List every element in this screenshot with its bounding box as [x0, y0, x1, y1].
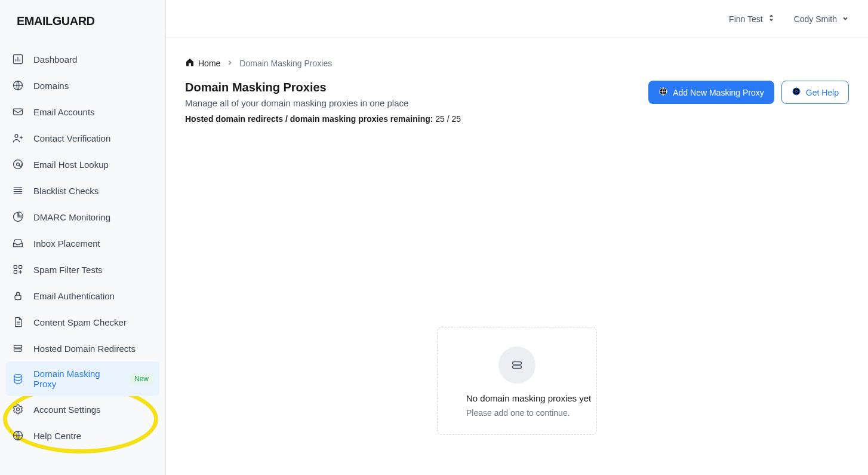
svg-point-12: [14, 375, 21, 378]
sidebar-item-email-host-lookup[interactable]: Email Host Lookup: [0, 151, 165, 177]
new-badge: New: [130, 373, 153, 384]
remaining-quota: Hosted domain redirects / domain masking…: [185, 114, 461, 124]
database-icon: [12, 373, 24, 385]
sidebar-item-domain-masking-proxy[interactable]: Domain Masking Proxy New: [6, 361, 159, 396]
empty-state-container: No domain masking proxies yet Please add…: [185, 327, 849, 435]
svg-point-5: [17, 163, 20, 166]
sidebar-item-dmarc-monitoring[interactable]: DMARC Monitoring: [0, 204, 165, 230]
org-name: Finn Test: [729, 14, 763, 24]
bar-chart-icon: [12, 53, 24, 65]
svg-point-3: [15, 134, 18, 137]
globe-icon: [12, 430, 24, 442]
sidebar-item-label: Hosted Domain Redirects: [33, 344, 136, 354]
sidebar-item-label: Contact Verification: [33, 133, 110, 143]
lock-icon: [12, 290, 24, 302]
user-menu[interactable]: Cody Smith: [794, 14, 849, 24]
main-content: Finn Test Cody Smith Home Domain Masking: [166, 0, 868, 475]
home-icon: [185, 57, 195, 69]
org-switcher[interactable]: Finn Test: [729, 14, 775, 24]
server-icon: [498, 347, 535, 384]
sidebar-item-label: Content Spam Checker: [33, 317, 127, 327]
sidebar-item-account-settings[interactable]: Account Settings: [0, 396, 165, 422]
svg-point-17: [795, 90, 798, 93]
list-icon: [12, 185, 24, 197]
svg-rect-7: [19, 265, 22, 268]
settings-icon: [12, 403, 24, 415]
add-new-masking-proxy-button[interactable]: Add New Masking Proxy: [648, 81, 774, 104]
server-icon: [12, 342, 24, 354]
breadcrumb-current: Domain Masking Proxies: [239, 59, 332, 68]
grid-plus-icon: [12, 263, 24, 275]
page-header-left: Domain Masking Proxies Manage all of you…: [185, 81, 461, 124]
sidebar-item-help-centre[interactable]: Help Centre: [0, 422, 165, 449]
svg-rect-19: [513, 366, 522, 369]
sidebar-item-content-spam-checker[interactable]: Content Spam Checker: [0, 309, 165, 335]
sidebar-item-contact-verification[interactable]: Contact Verification: [0, 125, 165, 151]
get-help-button[interactable]: Get Help: [781, 81, 849, 104]
globe-icon: [12, 79, 24, 91]
sidebar-item-label: Spam Filter Tests: [33, 265, 103, 275]
breadcrumb: Home Domain Masking Proxies: [185, 57, 849, 69]
remaining-value: 25 / 25: [435, 114, 461, 124]
sidebar: EMAILGUARD Dashboard Domains Email Accou…: [0, 0, 166, 475]
breadcrumb-home[interactable]: Home: [185, 57, 220, 69]
chevron-right-icon: [226, 59, 233, 68]
globe-icon: [658, 87, 668, 98]
page-subtitle: Manage all of your domain masking proxie…: [185, 98, 461, 108]
topbar: Finn Test Cody Smith: [166, 0, 868, 38]
svg-rect-18: [513, 362, 522, 365]
brand-logo[interactable]: EMAILGUARD: [0, 0, 165, 42]
help-icon: [792, 87, 801, 98]
chevron-down-icon: [842, 14, 849, 24]
sidebar-item-inbox-placement[interactable]: Inbox Placement: [0, 230, 165, 256]
users-icon: [12, 132, 24, 144]
sidebar-item-label: Inbox Placement: [33, 238, 100, 249]
svg-rect-8: [14, 271, 17, 274]
empty-state-title: No domain masking proxies yet: [466, 393, 568, 403]
mail-icon: [12, 106, 24, 118]
sidebar-item-label: DMARC Monitoring: [33, 212, 110, 222]
svg-rect-6: [14, 265, 17, 268]
sidebar-item-spam-filter-tests[interactable]: Spam Filter Tests: [0, 256, 165, 283]
sidebar-item-label: Dashboard: [33, 54, 77, 65]
svg-rect-10: [14, 345, 21, 348]
brand-name: EMAILGUARD: [17, 14, 95, 28]
page-header-actions: Add New Masking Proxy Get Help: [648, 81, 849, 104]
svg-rect-11: [14, 349, 21, 351]
selector-icon: [768, 14, 775, 24]
inbox-icon: [12, 237, 24, 249]
document-icon: [12, 316, 24, 328]
sidebar-item-email-authentication[interactable]: Email Authentication: [0, 283, 165, 309]
sidebar-item-label: Blacklist Checks: [33, 186, 99, 196]
remaining-label: Hosted domain redirects / domain masking…: [185, 114, 433, 124]
pie-chart-icon: [12, 211, 24, 223]
breadcrumb-home-label: Home: [198, 59, 220, 68]
sidebar-item-email-accounts[interactable]: Email Accounts: [0, 99, 165, 125]
empty-state: No domain masking proxies yet Please add…: [437, 327, 597, 435]
sidebar-item-dashboard[interactable]: Dashboard: [0, 46, 165, 72]
sidebar-item-label: Account Settings: [33, 404, 101, 415]
button-label: Get Help: [806, 88, 839, 97]
at-icon: [12, 158, 24, 170]
empty-state-desc: Please add one to continue.: [466, 408, 568, 418]
svg-point-13: [17, 408, 20, 411]
page-header: Domain Masking Proxies Manage all of you…: [185, 81, 849, 124]
sidebar-item-label: Email Host Lookup: [33, 160, 109, 170]
svg-rect-9: [15, 295, 21, 300]
sidebar-nav: Dashboard Domains Email Accounts Contact…: [0, 42, 165, 475]
sidebar-item-label: Domain Masking Proxy: [33, 369, 118, 389]
sidebar-item-label: Email Authentication: [33, 291, 115, 301]
sidebar-item-blacklist-checks[interactable]: Blacklist Checks: [0, 177, 165, 204]
sidebar-item-label: Email Accounts: [33, 107, 95, 117]
page-title: Domain Masking Proxies: [185, 81, 461, 94]
sidebar-item-label: Domains: [33, 81, 69, 91]
sidebar-item-hosted-domain-redirects[interactable]: Hosted Domain Redirects: [0, 335, 165, 361]
sidebar-item-label: Help Centre: [33, 431, 81, 441]
user-name: Cody Smith: [794, 14, 837, 24]
page-content: Home Domain Masking Proxies Domain Maski…: [166, 38, 868, 475]
button-label: Add New Masking Proxy: [673, 88, 764, 97]
sidebar-item-domains[interactable]: Domains: [0, 72, 165, 99]
svg-rect-2: [14, 109, 23, 115]
